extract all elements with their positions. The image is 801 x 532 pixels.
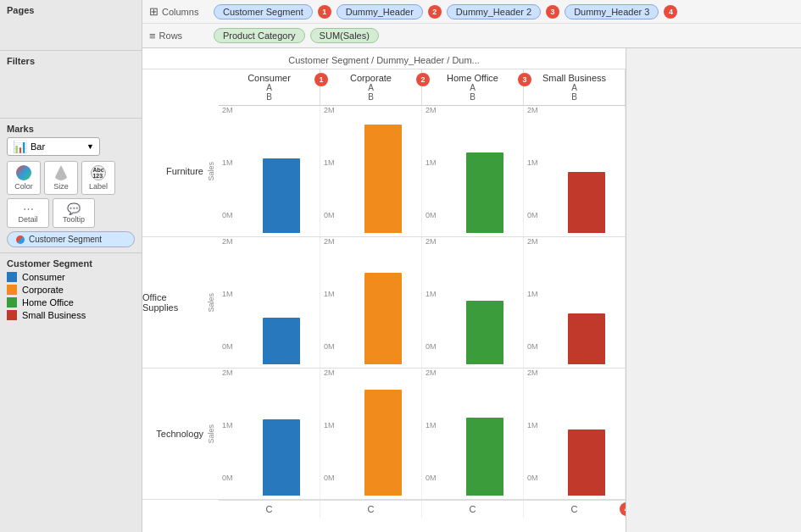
badge-row-3: 3 (518, 73, 531, 86)
columns-grid-icon: ⊞ (149, 5, 159, 18)
technology-bars: 2M 1M 0M 2M 1M (219, 369, 626, 499)
legend-section: Customer Segment Consumer Corporate Home… (0, 253, 142, 328)
badge-row-1: 1 (314, 73, 328, 86)
technology-smallbiz-group: 2M 1M 0M (524, 369, 626, 499)
legend-title: Customer Segment (7, 258, 135, 269)
y-axis-furniture-smallbiz: 2M 1M 0M (527, 106, 551, 219)
columns-label-area: ⊞ Columns (149, 5, 209, 18)
marks-icons-row2: ⋯ Detail 💬 Tooltip (7, 198, 135, 228)
detail-button[interactable]: ⋯ Detail (7, 198, 49, 228)
furniture-label: Furniture (166, 166, 203, 176)
office-supplies-label-area: Office Supplies Sales (142, 237, 219, 368)
label-button[interactable]: Abc123 Label (81, 161, 115, 195)
badge-row-2: 2 (416, 73, 430, 86)
segment-color-icon (16, 236, 25, 244)
bottom-label-consumer: C (219, 501, 320, 518)
legend-item-home-office: Home Office (7, 297, 135, 308)
product-category-row-pill[interactable]: Product Category (214, 28, 305, 43)
customer-segment-col-pill[interactable]: Customer Segment (214, 4, 313, 19)
marks-section: Marks 📊 Bar ▼ Color Size Abc123 Label (0, 119, 142, 253)
marks-type-label: Bar (31, 141, 86, 152)
office-supplies-corporate-group: 2M 1M 0M (320, 237, 422, 368)
dummy-header3-col-pill[interactable]: Dummy_Header 3 (565, 4, 659, 19)
sidebar: Pages Filters Marks 📊 Bar ▼ Color Size A… (0, 0, 142, 532)
consumer-label: Consumer (22, 272, 65, 282)
color-button[interactable]: Color (7, 161, 41, 195)
bar-office-homeoffice (466, 301, 503, 364)
home-office-color-swatch (7, 297, 17, 308)
office-supplies-label: Office Supplies (142, 292, 203, 313)
furniture-consumer-group: 2M 1M 0M (219, 106, 320, 236)
consumer-color-swatch (7, 272, 17, 282)
office-supplies-row: Office Supplies Sales 2M 1M 0M (142, 237, 626, 369)
tooltip-button[interactable]: 💬 Tooltip (53, 198, 95, 228)
chart-area: Customer Segment / Dummy_Header / Dum...… (142, 48, 801, 532)
bar-office-consumer (263, 318, 300, 364)
col-headers: Consumer A B 1 Corporate A B 2 (219, 69, 626, 106)
tooltip-icon: 💬 (67, 202, 81, 215)
customer-segment-pill[interactable]: Customer Segment (7, 231, 135, 247)
rows-row: ≡ Rows Product Category SUM(Sales) (142, 24, 801, 47)
bar-office-smallbiz (568, 313, 605, 364)
detail-icon: ⋯ (23, 202, 34, 215)
right-panel (626, 48, 801, 532)
bar-office-corporate (364, 273, 402, 364)
badge-3: 3 (546, 5, 559, 19)
dummy-header-col-pill[interactable]: Dummy_Header (337, 4, 423, 19)
columns-row: ⊞ Columns Customer Segment 1 Dummy_Heade… (142, 0, 801, 24)
rows-grid-icon: ≡ (149, 30, 156, 42)
furniture-smallbiz-group: 2M 1M 0M (524, 106, 626, 236)
label-icon: Abc123 (91, 165, 106, 180)
marks-type-select[interactable]: 📊 Bar ▼ (7, 137, 100, 156)
rows-label: Rows (159, 30, 183, 41)
chevron-down-icon: ▼ (86, 142, 94, 151)
chart-container: Customer Segment / Dummy_Header / Dum...… (142, 48, 626, 532)
office-supplies-smallbiz-group: 2M 1M 0M (524, 237, 626, 368)
filters-section: Filters (0, 51, 142, 119)
bar-tech-consumer (263, 419, 300, 496)
col-header-corporate: Corporate A B 2 (320, 69, 422, 105)
office-supplies-sales-label: Sales (207, 293, 215, 313)
furniture-corporate-group: 2M 1M 0M (320, 106, 422, 236)
bar-furniture-smallbiz (568, 172, 605, 233)
bottom-axis: C C C C 4 (219, 500, 626, 518)
consumer-col-header: Consumer (248, 73, 291, 83)
furniture-sales-label: Sales (207, 162, 215, 181)
y-axis-furniture-corporate: 2M 1M 0M (324, 106, 348, 219)
office-supplies-homeoffice-group: 2M 1M 0M (422, 237, 524, 368)
columns-label: Columns (162, 7, 198, 17)
marks-type-row: 📊 Bar ▼ (7, 137, 135, 156)
technology-homeoffice-group: 2M 1M 0M (422, 369, 524, 499)
bar-tech-smallbiz (568, 429, 605, 496)
rows-label-area: ≡ Rows (149, 30, 209, 42)
bar-furniture-homeoffice (466, 152, 503, 233)
size-icon (53, 165, 69, 180)
technology-consumer-group: 2M 1M 0M (219, 369, 320, 499)
furniture-row: Furniture Sales 2M 1M 0M (142, 106, 626, 237)
home-office-label: Home Office (22, 297, 74, 308)
technology-label-area: Technology Sales (142, 369, 219, 499)
office-supplies-consumer-group: 2M 1M 0M (219, 237, 320, 368)
sum-sales-row-pill[interactable]: SUM(Sales) (310, 28, 379, 43)
filters-title: Filters (7, 56, 135, 66)
main-area: ⊞ Columns Customer Segment 1 Dummy_Heade… (142, 0, 801, 532)
bottom-label-smallbiz: C 4 (524, 501, 626, 518)
bar-tech-corporate (364, 390, 402, 496)
badge-1: 1 (318, 5, 331, 19)
small-business-col-header: Small Business (542, 73, 606, 83)
badge-bottom-4: 4 (620, 502, 626, 516)
bar-furniture-consumer (263, 158, 300, 233)
label-label: Label (89, 182, 108, 191)
small-business-label: Small Business (22, 310, 86, 320)
furniture-label-area: Furniture Sales (142, 106, 219, 236)
technology-sales-label: Sales (207, 424, 215, 444)
chart-rows: Furniture Sales 2M 1M 0M (142, 106, 626, 532)
marks-icons-row: Color Size Abc123 Label (7, 161, 135, 195)
col-header-small-business: Small Business A B (524, 69, 626, 105)
toolbar: ⊞ Columns Customer Segment 1 Dummy_Heade… (142, 0, 801, 48)
badge-4: 4 (664, 5, 677, 19)
size-button[interactable]: Size (44, 161, 78, 195)
dummy-header2-col-pill[interactable]: Dummy_Header 2 (447, 4, 541, 19)
badge-2: 2 (428, 5, 442, 19)
y-axis-furniture-consumer: 2M 1M 0M (222, 106, 246, 219)
